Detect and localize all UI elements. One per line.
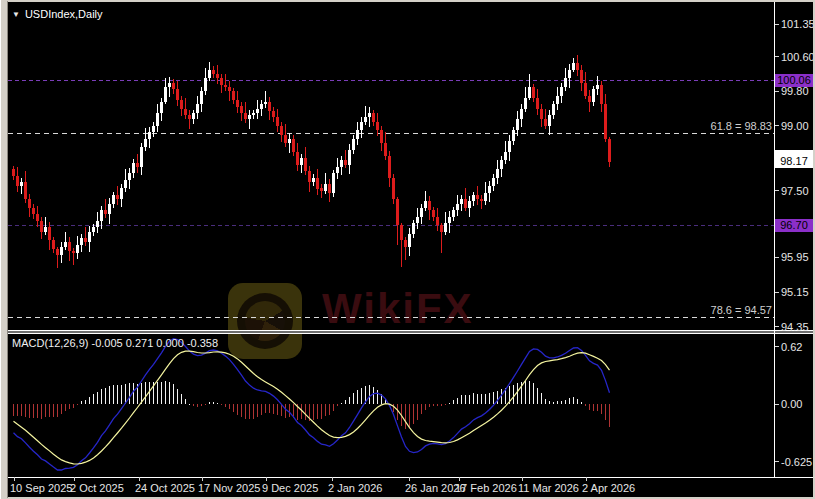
symbol-label-text: USDIndex,Daily <box>25 8 103 20</box>
price-axis-label: 95.15 <box>781 286 809 298</box>
price-axis-tick <box>775 125 779 126</box>
price-axis-tick <box>775 24 779 25</box>
price-level-badge: 96.70 <box>775 219 813 232</box>
date-axis-tick <box>202 477 203 481</box>
date-axis-tick <box>459 477 460 481</box>
price-axis-tick <box>775 326 779 327</box>
main-chart-canvas[interactable] <box>8 2 774 330</box>
macd-panel-canvas[interactable] <box>8 334 774 477</box>
price-axis-label: 94.35 <box>781 321 809 333</box>
macd-axis-tick <box>775 404 779 405</box>
macd-axis-label: -0.625 <box>781 456 812 468</box>
date-axis-label: 17 Nov 2025 <box>198 482 260 494</box>
date-axis-label: 24 Oct 2025 <box>135 482 195 494</box>
price-axis-tick <box>775 91 779 92</box>
date-axis-tick <box>586 477 587 481</box>
date-axis-label: 2 Apr 2026 <box>582 482 635 494</box>
current-price-badge: 98.17 <box>775 155 813 168</box>
price-axis-label: 101.35 <box>781 18 813 30</box>
price-axis-label: 100.60 <box>781 51 813 63</box>
date-axis-tick <box>74 477 75 481</box>
date-axis-tick <box>409 477 410 481</box>
macd-signal-line <box>14 351 610 464</box>
price-axis-tick <box>775 190 779 191</box>
chart-window: WikiFX ▼ USDIndex,Daily MACD(12,26,9) -0… <box>8 2 813 497</box>
price-level-badge: 100.06 <box>775 74 813 87</box>
date-axis-label: 2 Jan 2026 <box>328 482 382 494</box>
price-axis-tick <box>775 257 779 258</box>
price-axis-label: 99.00 <box>781 120 809 132</box>
date-axis-tick <box>332 477 333 481</box>
date-axis[interactable]: 10 Sep 20252 Oct 202524 Oct 202517 Nov 2… <box>8 477 813 497</box>
macd-axis-label: 0.62 <box>781 341 802 353</box>
date-axis-label: 9 Dec 2025 <box>262 482 318 494</box>
macd-axis-tick <box>775 346 779 347</box>
price-axis-label: 95.95 <box>781 251 809 263</box>
date-axis-label: 11 Mar 2026 <box>518 482 579 494</box>
macd-axis-tick <box>775 461 779 462</box>
date-axis-label: 17 Feb 2026 <box>455 482 517 494</box>
chevron-down-icon[interactable]: ▼ <box>12 10 20 19</box>
chart-window-frame: WikiFX ▼ USDIndex,Daily MACD(12,26,9) -0… <box>0 0 815 499</box>
fib-level-label-786: 78.6 = 94.57 <box>711 304 772 316</box>
date-axis-tick <box>139 477 140 481</box>
date-axis-tick <box>266 477 267 481</box>
fib-level-label-618: 61.8 = 98.83 <box>711 120 772 132</box>
date-axis-tick <box>14 477 15 481</box>
price-axis-label: 97.50 <box>781 185 809 197</box>
date-axis-label: 2 Oct 2025 <box>70 482 124 494</box>
macd-indicator-label: MACD(12,26,9) -0.005 0.271 0.000 -0.358 <box>12 337 218 349</box>
candles <box>12 55 611 269</box>
price-axis-tick <box>775 56 779 57</box>
macd-axis-label: 0.00 <box>781 398 802 410</box>
symbol-timeframe-label: ▼ USDIndex,Daily <box>12 8 103 20</box>
price-axis-tick <box>775 292 779 293</box>
date-axis-label: 10 Sep 2025 <box>10 482 72 494</box>
price-axis-label: 99.80 <box>781 85 809 97</box>
date-axis-tick <box>522 477 523 481</box>
pane-separator[interactable] <box>8 330 813 334</box>
price-axis[interactable]: 101.35100.6099.8099.0097.5095.9595.1594.… <box>775 2 813 477</box>
